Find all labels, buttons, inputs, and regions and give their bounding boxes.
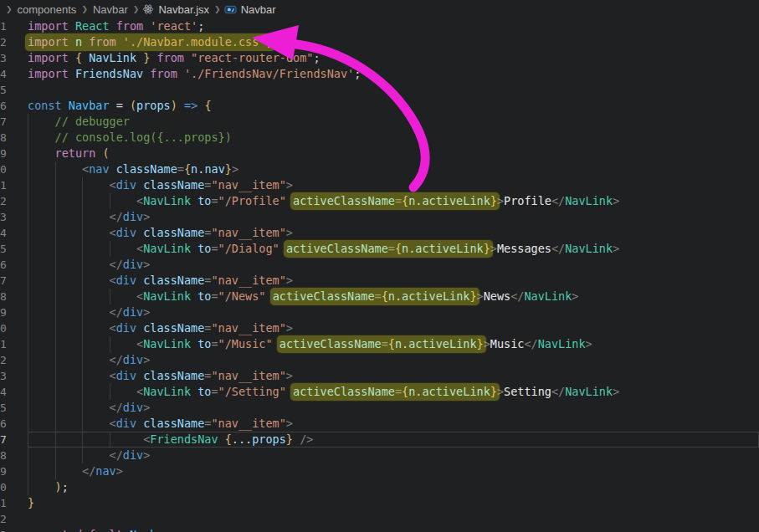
indent-guide [82,448,110,463]
code-line[interactable]: 3import { NavLink } from "react-router-d… [0,50,759,66]
breadcrumb-item-navbar-folder[interactable]: Navbar [91,3,130,16]
code-line[interactable]: 1} [0,495,759,511]
indent-guide [110,432,137,448]
line-number: 5 [0,400,28,416]
code-line[interactable]: 7 <FriendsNav {...props} /> [0,432,759,448]
code-line[interactable]: 6const Navbar = (props) => { [0,98,759,114]
indent-guide [55,416,83,432]
indent-guide [28,241,55,257]
chevron-right-icon: ❯ [3,5,16,13]
line-number: 2 [0,352,28,368]
code-line[interactable]: 4<NavLink to="/Setting" activeClassName=… [0,384,759,400]
line-number: 7 [0,273,28,289]
breadcrumb: ❯ components ❯ Navbar ❯ Navbar.jsx ❯ [0,0,759,18]
indent-guide [82,209,110,225]
code-line[interactable]: 1<div className="nav__item"> [0,177,759,193]
indent-guide [28,193,55,209]
code-line-content: <NavLink to="/News" activeClassName={n.a… [28,289,759,304]
indent-guide [28,114,55,130]
indent-guide [28,448,55,463]
indent-guide [82,225,110,241]
code-line[interactable]: 9</div> [0,304,759,320]
indent-guide [82,257,110,273]
indent-guide [82,432,110,448]
line-number: 1 [0,18,28,34]
code-line-content: </div> [28,352,759,368]
code-line[interactable]: 8// console.log({...props}) [0,130,759,146]
code-line[interactable]: 5 [0,82,759,98]
code-line[interactable]: 9return ( [0,146,759,161]
code-editor[interactable]: 1import React from 'react';2import n fro… [0,18,759,532]
highlighter-mark: activeClassName={n.activeLink} [293,384,497,400]
indent-guide [28,400,55,416]
code-line[interactable]: 2<NavLink to="/Profile" activeClassName=… [0,193,759,209]
code-line-content: import { NavLink } from "react-router-do… [28,50,759,66]
code-line[interactable]: 8<NavLink to="/News" activeClassName={n.… [0,289,759,304]
code-line[interactable]: 5</div> [0,400,759,416]
indent-guide [28,257,55,273]
code-line[interactable]: 3export default Navbar [0,527,759,532]
code-line-content: import n from './Navbar.module.css'; [28,34,759,50]
line-number: 6 [0,416,28,432]
line-number: 0 [0,479,28,495]
code-line-content: export default Navbar [28,527,759,532]
code-line-content: import FriendsNav from './FriendsNav/Fri… [28,66,759,82]
code-line-content: <NavLink to="/Setting" activeClassName={… [28,384,759,400]
code-line[interactable]: 6<div className="nav__item"> [0,416,759,432]
line-number: 1 [0,336,28,352]
indent-guide [82,368,110,384]
code-line[interactable]: 0<div className="nav__item"> [0,320,759,336]
indent-guide [82,273,110,289]
line-number: 9 [0,146,28,161]
code-line-content: // console.log({...props}) [28,130,759,146]
breadcrumb-item-components[interactable]: components [16,3,79,16]
indent-guide [28,289,55,304]
line-number: 4 [0,384,28,400]
breadcrumb-item-navbar-symbol[interactable]: Navbar [224,3,278,16]
code-line[interactable]: 0<nav className={n.nav}> [0,161,759,177]
indent-guide [55,463,83,479]
line-number: 8 [0,448,28,463]
code-line[interactable]: 4import FriendsNav from './FriendsNav/Fr… [0,66,759,82]
line-number: 6 [0,98,28,114]
code-line[interactable]: 3<div className="nav__item"> [0,368,759,384]
indent-guide [55,273,83,289]
code-line-content: // debugger [28,114,759,130]
code-line[interactable]: 1<NavLink to="/Music" activeClassName={n… [0,336,759,352]
code-line-content: <div className="nav__item"> [28,416,759,432]
code-line[interactable]: 2 [0,511,759,527]
line-number: 8 [0,130,28,146]
indent-guide [28,416,55,432]
indent-guide [55,384,83,400]
indent-guide [55,241,83,257]
indent-guide [55,352,83,368]
line-number: 5 [0,241,28,257]
indent-guide [82,193,110,209]
code-line[interactable]: 8</div> [0,448,759,463]
code-line[interactable]: 2</div> [0,352,759,368]
indent-guide [28,463,55,479]
code-line[interactable]: 7<div className="nav__item"> [0,273,759,289]
breadcrumb-item-navbar-jsx[interactable]: Navbar.jsx [142,3,211,16]
line-number: 2 [0,34,28,50]
vscode-editor-window: { "breadcrumb": { "items": [ { "label": … [0,0,759,532]
indent-guide [82,304,110,320]
code-line[interactable]: 4<div className="nav__item"> [0,225,759,241]
code-line[interactable]: 6</div> [0,257,759,273]
code-line-content: <div className="nav__item"> [28,273,759,289]
line-number: 8 [0,289,28,304]
code-line[interactable]: 9</nav> [0,463,759,479]
line-number: 7 [0,432,28,448]
code-line[interactable]: 7// debugger [0,114,759,130]
indent-guide [28,177,55,193]
code-line[interactable]: 2import n from './Navbar.module.css'; [0,34,759,50]
code-line[interactable]: 5<NavLink to="/Dialog" activeClassName={… [0,241,759,257]
code-line[interactable]: 3</div> [0,209,759,225]
code-line-content: const Navbar = (props) => { [28,98,759,114]
indent-guide [82,177,110,193]
chevron-right-icon: ❯ [78,5,91,13]
code-line[interactable]: 0); [0,479,759,495]
code-line[interactable]: 1import React from 'react'; [0,18,759,34]
line-number: 5 [0,82,28,98]
indent-guide [28,479,55,495]
